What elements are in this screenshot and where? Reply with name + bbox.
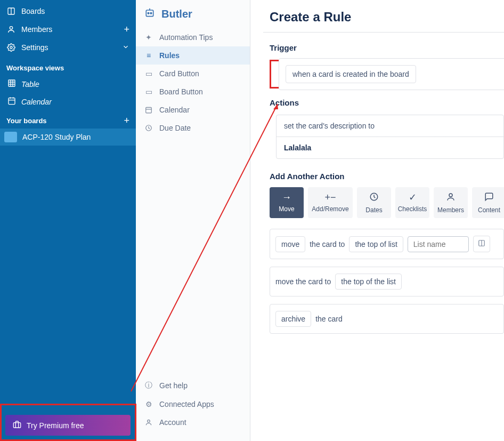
calendar-icon — [144, 106, 153, 114]
sparkle-icon: ✦ — [144, 33, 153, 42]
main-content: Create a Rule Trigger when a card is cre… — [250, 0, 504, 441]
get-help-label: Get help — [159, 381, 188, 390]
tab-add-remove[interactable]: +− Add/Remove — [308, 187, 353, 218]
connected-apps-label: Connected Apps — [159, 400, 214, 408]
view-table-label: Table — [21, 80, 39, 89]
board-button-tab[interactable]: ▭ Board Button — [136, 83, 250, 101]
svg-point-21 — [148, 420, 150, 422]
svg-rect-14 — [146, 10, 153, 17]
table-icon — [7, 79, 16, 89]
chat-icon — [484, 192, 494, 203]
tab-content[interactable]: Content — [472, 187, 504, 218]
text-the-card: the card — [315, 315, 343, 323]
butler-title: Butler — [161, 8, 192, 20]
person-icon — [446, 192, 456, 203]
rules-tab[interactable]: ≡ Rules — [136, 46, 250, 65]
action-value: Lalalala — [277, 137, 503, 158]
tab-checklists-label: Checklists — [398, 205, 427, 213]
board-button-icon: ▭ — [144, 87, 153, 96]
nav-settings-label: Settings — [21, 43, 48, 52]
action-description: set the card's description to — [277, 115, 503, 137]
action-row-move: move the card to the top of list — [270, 229, 504, 259]
apps-icon: ⚙ — [144, 400, 153, 408]
trigger-condition[interactable]: when a card is created in the board — [286, 65, 416, 83]
info-icon: ⓘ — [144, 381, 153, 390]
tab-checklists[interactable]: ✓ Checklists — [395, 187, 429, 218]
svg-point-2 — [10, 27, 12, 29]
chip-top-of-list[interactable]: the top of list — [349, 236, 403, 252]
your-boards-label: Your boards — [6, 117, 47, 125]
add-another-action-heading: Add Another Action — [270, 172, 504, 181]
tab-move[interactable]: → Move — [270, 187, 304, 218]
calendar-tab-label: Calendar — [159, 106, 190, 114]
account-icon — [144, 419, 153, 426]
action-tabs: → Move +− Add/Remove Dates ✓ Checklists … — [270, 187, 504, 218]
svg-rect-9 — [9, 98, 15, 105]
card-button-tab[interactable]: ▭ Card Button — [136, 65, 250, 83]
boards-icon — [6, 6, 16, 16]
board-color-swatch — [4, 132, 17, 142]
svg-rect-4 — [9, 80, 15, 86]
due-date-label: Due Date — [159, 124, 191, 132]
board-button-label: Board Button — [159, 87, 203, 96]
add-member-icon[interactable]: + — [124, 25, 129, 34]
nav-boards-label: Boards — [21, 7, 45, 15]
action-row-move-top: move the card to the top of the list — [270, 267, 504, 296]
automation-tips-label: Automation Tips — [159, 33, 213, 42]
action-row-archive: archive the card — [270, 304, 504, 334]
tab-dates[interactable]: Dates — [357, 187, 391, 218]
tab-move-label: Move — [279, 205, 294, 213]
check-icon: ✓ — [409, 193, 417, 202]
page-title: Create a Rule — [270, 10, 504, 25]
nav-settings[interactable]: Settings — [0, 38, 136, 57]
try-premium-button[interactable]: Try Premium free — [5, 415, 131, 436]
svg-point-23 — [449, 194, 452, 197]
account[interactable]: Account — [136, 413, 250, 431]
chip-top-of-the-list[interactable]: the top of the list — [335, 274, 402, 290]
actions-heading: Actions — [270, 98, 504, 107]
view-table[interactable]: Table — [0, 75, 136, 93]
chip-archive[interactable]: archive — [275, 311, 311, 327]
account-label: Account — [159, 418, 186, 427]
chip-move[interactable]: move — [275, 236, 305, 252]
board-item[interactable]: ACP-120 Study Plan — [0, 129, 136, 146]
action-card: set the card's description to Lalalala — [276, 115, 504, 159]
add-board-icon[interactable]: + — [124, 116, 129, 125]
get-help[interactable]: ⓘ Get help — [136, 376, 250, 395]
butler-sidebar: Butler ✦ Automation Tips ≡ Rules ▭ Card … — [136, 0, 250, 441]
tab-members-label: Members — [437, 206, 464, 214]
calendar-tab[interactable]: Calendar — [136, 101, 250, 119]
view-calendar-label: Calendar — [21, 98, 52, 106]
nav-members[interactable]: Members + — [0, 20, 136, 38]
premium-label: Try Premium free — [27, 421, 84, 430]
plus-minus-icon: +− — [324, 193, 336, 202]
chevron-down-icon — [122, 43, 129, 52]
view-calendar[interactable]: Calendar — [0, 93, 136, 110]
rules-label: Rules — [159, 51, 180, 60]
your-boards-header: Your boards + — [0, 110, 136, 129]
due-date-tab[interactable]: Due Date — [136, 119, 250, 137]
clock-icon — [144, 124, 153, 132]
nav-boards[interactable]: Boards — [0, 2, 136, 20]
card-button-label: Card Button — [159, 69, 199, 78]
workspace-sidebar: Boards Members + Settings Workspace view… — [0, 0, 136, 441]
svg-point-15 — [148, 13, 149, 14]
connected-apps[interactable]: ⚙ Connected Apps — [136, 395, 250, 413]
tab-members[interactable]: Members — [434, 187, 468, 218]
trigger-card: when a card is created in the board — [279, 58, 504, 90]
automation-tips[interactable]: ✦ Automation Tips — [136, 28, 250, 46]
board-picker-icon[interactable] — [473, 236, 490, 252]
tab-content-label: Content — [478, 206, 500, 214]
list-name-input[interactable] — [408, 236, 469, 252]
svg-rect-13 — [13, 423, 20, 428]
members-icon — [6, 25, 16, 34]
svg-rect-18 — [146, 107, 152, 113]
briefcase-icon — [13, 420, 21, 430]
tab-dates-label: Dates — [365, 206, 382, 214]
tab-add-remove-label: Add/Remove — [312, 205, 348, 213]
trigger-heading: Trigger — [270, 43, 504, 52]
board-item-label: ACP-120 Study Plan — [22, 133, 91, 141]
gear-icon — [6, 43, 16, 52]
butler-header: Butler — [136, 2, 250, 28]
arrow-right-icon: → — [282, 193, 291, 202]
